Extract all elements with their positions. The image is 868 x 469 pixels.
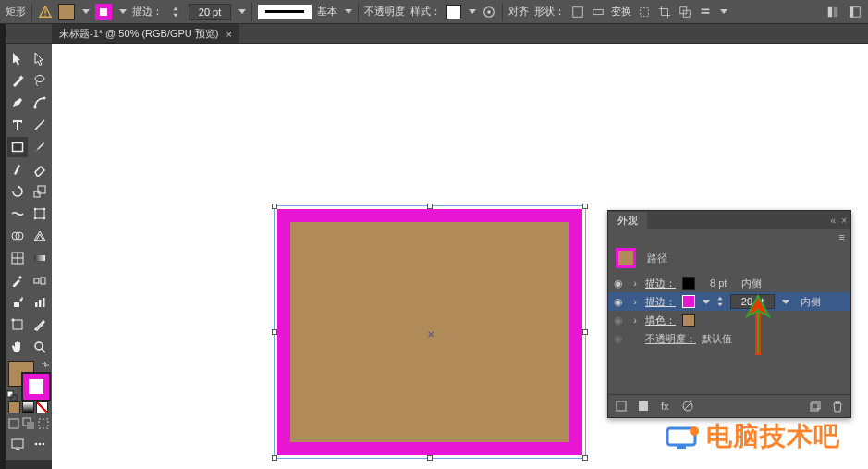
expand-panels-icon[interactable] [848,5,862,19]
shape-builder-tool[interactable] [7,226,28,246]
stroke-color-box[interactable] [23,374,49,400]
disclosure-icon[interactable]: › [630,278,640,289]
spinner-arrows-icon[interactable] [715,294,725,309]
appearance-row-opacity[interactable]: ◉ 不透明度： 默认值 [608,329,850,348]
recolor-artwork-icon[interactable] [482,5,496,19]
opacity-value[interactable]: 默认值 [702,332,732,346]
fill-swatch[interactable] [58,4,75,20]
row-weight-input[interactable]: 20 pt [730,294,775,309]
panel-close-icon[interactable]: × [841,216,847,226]
color-mode-solid[interactable] [8,401,20,413]
panel-menu-icon[interactable]: ≡ [839,231,845,242]
spinner-arrows-icon[interactable] [168,5,183,19]
row-swatch[interactable] [682,295,695,308]
color-mode-gradient[interactable] [22,401,34,413]
delete-item-icon[interactable] [830,399,845,413]
isolate-icon[interactable] [637,5,652,19]
mesh-tool[interactable] [7,248,28,268]
handle-bottom-left[interactable] [272,455,277,461]
magic-wand-tool[interactable] [7,70,28,91]
more-icon[interactable] [698,5,713,19]
fill-dropdown-icon[interactable] [82,9,90,14]
handle-top-mid[interactable] [427,204,433,209]
gradient-tool[interactable] [30,248,50,268]
draw-behind-icon[interactable] [22,417,35,430]
handle-top-right[interactable] [582,204,588,209]
curvature-tool[interactable] [30,93,50,113]
add-stroke-icon[interactable] [614,399,629,413]
row-swatch[interactable] [682,277,695,290]
eraser-tool[interactable] [30,159,50,179]
disclosure-icon[interactable]: › [630,296,640,307]
zoom-tool[interactable] [30,337,50,357]
panel-collapse-icon[interactable]: « [831,216,837,226]
handle-bottom-mid[interactable] [427,455,433,461]
attr-label[interactable]: 描边： [645,277,677,290]
artboard-tool[interactable] [7,315,28,335]
draw-normal-icon[interactable] [7,417,20,430]
crop-icon[interactable] [657,5,672,19]
type-tool[interactable] [7,115,28,135]
shaper-tool[interactable] [7,159,28,179]
stroke-profile-preview[interactable] [258,5,312,19]
stroke-swatch[interactable] [95,4,112,20]
more-dropdown-icon[interactable] [720,9,727,14]
shape-link-icon[interactable] [570,5,585,19]
column-graph-tool[interactable] [30,292,50,313]
document-tab[interactable]: 未标题-1* @ 50% (RGB/GPU 预览) × [52,24,239,43]
opacity-label[interactable]: 不透明度 [364,5,405,19]
stroke-weight-dropdown-icon[interactable] [238,9,246,14]
free-transform-tool[interactable] [30,204,50,224]
blend-tool[interactable] [30,270,50,290]
visibility-toggle-icon[interactable]: ◉ [612,315,625,327]
appearance-row-fill[interactable]: ◉ › 填色： [608,311,850,329]
appearance-row-stroke-1[interactable]: ◉ › 描边： 8 pt 内侧 [608,274,850,292]
swap-fill-stroke-icon[interactable] [40,359,51,370]
weight-dropdown-icon[interactable] [782,300,789,304]
width-tool[interactable] [7,204,28,224]
duplicate-item-icon[interactable] [808,399,823,413]
slice-tool[interactable] [30,315,50,335]
shape-expand-icon[interactable] [591,5,605,19]
draw-inside-icon[interactable] [37,417,50,430]
selected-rectangle[interactable]: ✕ [277,209,582,455]
transform-label[interactable]: 变换 [611,5,631,19]
hand-tool[interactable] [7,337,28,357]
stroke-profile-dropdown-icon[interactable] [345,9,352,14]
selection-tool[interactable] [7,48,28,68]
eyedropper-tool[interactable] [7,270,28,290]
rotate-tool[interactable] [7,181,28,202]
swatch-dropdown-icon[interactable] [703,300,710,304]
rectangle-tool[interactable] [7,137,28,157]
line-segment-tool[interactable] [30,115,50,135]
color-mode-none[interactable] [36,401,48,413]
clear-appearance-icon[interactable] [680,399,695,413]
visibility-toggle-icon[interactable]: ◉ [612,278,625,290]
opacity-label[interactable]: 不透明度： [645,332,696,346]
visibility-toggle-icon[interactable]: ◉ [612,296,625,308]
arrange-icon[interactable] [678,5,692,19]
panel-item-row[interactable]: 路径 [608,242,850,274]
style-swatch[interactable] [446,5,461,19]
handle-bottom-right[interactable] [582,455,588,461]
appearance-row-stroke-2[interactable]: ◉ › 描边： 20 pt 内侧 [608,292,850,311]
pen-tool[interactable] [7,93,28,113]
fill-stroke-indicator[interactable] [8,361,49,400]
align-label[interactable]: 对齐 [508,5,529,19]
symbol-sprayer-tool[interactable] [7,292,28,313]
lasso-tool[interactable] [30,70,50,91]
stroke-dropdown-icon[interactable] [119,9,127,14]
attr-label[interactable]: 描边： [645,295,677,309]
screen-mode-icon[interactable] [7,434,28,454]
attr-label[interactable]: 填色： [645,314,677,327]
add-effect-icon[interactable]: fx [658,399,673,413]
handle-top-left[interactable] [272,204,277,209]
add-fill-icon[interactable] [636,399,651,413]
dock-panels-icon[interactable] [825,5,840,19]
scale-tool[interactable] [30,181,50,202]
edit-toolbar-icon[interactable] [30,434,50,454]
direct-selection-tool[interactable] [30,48,50,68]
paintbrush-tool[interactable] [30,137,50,157]
default-fill-stroke-icon[interactable] [6,390,18,401]
panel-header[interactable]: 外观 « × [608,211,850,229]
